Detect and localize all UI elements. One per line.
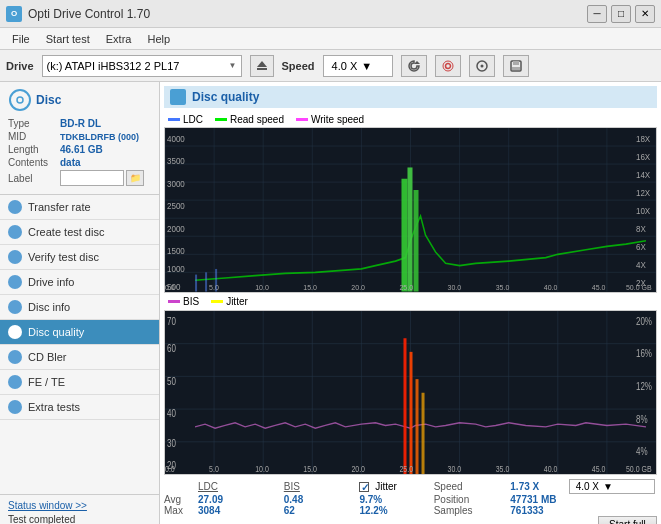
svg-text:4%: 4% <box>636 445 648 458</box>
samples-label: Samples <box>430 505 507 516</box>
sidebar-item-fe-te[interactable]: FE / TE <box>0 370 159 395</box>
sidebar-item-disc-info[interactable]: Disc info <box>0 295 159 320</box>
disc-quality-icon <box>8 325 22 339</box>
verify-test-disc-label: Verify test disc <box>28 251 99 263</box>
drive-label: Drive <box>6 60 34 72</box>
sidebar-item-create-test-disc[interactable]: Create test disc <box>0 220 159 245</box>
legend-ldc: LDC <box>168 114 203 125</box>
action-buttons: Start full Start part <box>598 516 657 524</box>
svg-text:35.0: 35.0 <box>496 283 510 292</box>
transfer-rate-icon <box>8 200 22 214</box>
disc-length-value: 46.61 GB <box>60 144 103 155</box>
sidebar-status-inner: Status window >> Test completed 100.0% 6… <box>0 495 159 524</box>
speed-x-value: 4.0 X <box>576 481 599 492</box>
legend-write-speed-dot <box>296 118 308 121</box>
svg-text:3500: 3500 <box>167 156 185 167</box>
disc-label-label: Label <box>8 173 60 184</box>
avg-bis: 0.48 <box>280 494 348 505</box>
top-chart-svg: 4000 3500 3000 2500 2000 1500 1000 500 1… <box>165 128 656 292</box>
disc-mid-label: MID <box>8 131 60 142</box>
sidebar-item-cd-bler[interactable]: CD Bler <box>0 345 159 370</box>
ldc-header: LDC <box>194 479 280 494</box>
menu-start-test[interactable]: Start test <box>38 32 98 46</box>
sidebar-item-verify-test-disc[interactable]: Verify test disc <box>0 245 159 270</box>
svg-rect-94 <box>422 392 425 474</box>
svg-text:20.0: 20.0 <box>351 283 365 292</box>
minimize-button[interactable]: ─ <box>587 5 607 23</box>
content-area: Disc Type BD-R DL MID TDKBLDRFB (000) Le… <box>0 82 661 524</box>
create-test-disc-icon <box>8 225 22 239</box>
svg-rect-53 <box>205 272 207 291</box>
sidebar-item-transfer-rate[interactable]: Transfer rate <box>0 195 159 220</box>
maximize-button[interactable]: □ <box>611 5 631 23</box>
svg-text:2000: 2000 <box>167 223 185 234</box>
jitter-checkbox-cell[interactable]: ✓ Jitter <box>355 479 429 494</box>
svg-point-10 <box>10 90 30 110</box>
legend-read-speed: Read speed <box>215 114 284 125</box>
avg-label: Avg <box>164 494 194 505</box>
svg-marker-0 <box>257 61 267 67</box>
svg-text:20.0: 20.0 <box>351 462 365 473</box>
svg-text:45.0: 45.0 <box>592 283 606 292</box>
svg-text:0.0: 0.0 <box>165 283 175 292</box>
speed-value: 4.0 X <box>332 60 358 72</box>
svg-rect-49 <box>401 179 407 292</box>
svg-point-11 <box>17 97 23 103</box>
status-window-button[interactable]: Status window >> <box>8 500 87 511</box>
jitter-checkbox[interactable]: ✓ <box>359 482 369 492</box>
close-button[interactable]: ✕ <box>635 5 655 23</box>
chart-header: Disc quality <box>164 86 657 108</box>
svg-point-6 <box>480 64 483 67</box>
disc-info-icon <box>8 300 22 314</box>
svg-text:5.0: 5.0 <box>209 283 219 292</box>
svg-text:2500: 2500 <box>167 201 185 212</box>
save-icon <box>509 59 523 73</box>
cd-bler-icon <box>8 350 22 364</box>
legend-write-speed-label: Write speed <box>311 114 364 125</box>
legend-jitter-label: Jitter <box>226 296 248 307</box>
sidebar-item-drive-info[interactable]: Drive info <box>0 270 159 295</box>
cd-bler-label: CD Bler <box>28 351 67 363</box>
disc-mid-row: MID TDKBLDRFB (000) <box>8 131 151 142</box>
position-label: Position <box>430 494 507 505</box>
disc-length-row: Length 46.61 GB <box>8 144 151 155</box>
chart-title: Disc quality <box>192 90 259 104</box>
start-full-button[interactable]: Start full <box>598 516 657 524</box>
legend-bis: BIS <box>168 296 199 307</box>
disc-label-row: Label 📁 <box>8 170 151 186</box>
bottom-chart: 70 60 50 40 30 20 20% 16% 12% 8% 4% <box>164 310 657 476</box>
disc-info-panel: Disc Type BD-R DL MID TDKBLDRFB (000) Le… <box>0 82 159 195</box>
extra-tests-label: Extra tests <box>28 401 80 413</box>
eject-button[interactable] <box>250 55 274 77</box>
sidebar-item-extra-tests[interactable]: Extra tests <box>0 395 159 420</box>
charts-container: 4000 3500 3000 2500 2000 1500 1000 500 1… <box>164 127 657 475</box>
svg-text:20%: 20% <box>636 314 652 327</box>
drive-dropdown[interactable]: (k:) ATAPI iHBS312 2 PL17 ▼ <box>42 55 242 77</box>
svg-marker-2 <box>414 61 420 64</box>
svg-text:15.0: 15.0 <box>303 462 317 473</box>
speed-x-dropdown[interactable]: 4.0 X ▼ <box>569 479 655 494</box>
svg-rect-92 <box>409 351 412 474</box>
disc-label-input[interactable] <box>60 170 124 186</box>
speed-dropdown[interactable]: 4.0 X ▼ <box>323 55 393 77</box>
svg-text:25.0: 25.0 <box>399 462 413 473</box>
sidebar-item-disc-quality[interactable]: Disc quality <box>0 320 159 345</box>
settings-button[interactable] <box>435 55 461 77</box>
svg-text:10X: 10X <box>636 205 651 216</box>
menu-extra[interactable]: Extra <box>98 32 140 46</box>
stats-row-total: Total 20688595 369599 Start full Start p… <box>164 516 657 524</box>
disc-label-folder-btn[interactable]: 📁 <box>126 170 144 186</box>
menu-file[interactable]: File <box>4 32 38 46</box>
refresh-button[interactable] <box>401 55 427 77</box>
legend-ldc-dot <box>168 118 180 121</box>
save-button[interactable] <box>503 55 529 77</box>
svg-text:50: 50 <box>167 374 176 387</box>
transfer-rate-label: Transfer rate <box>28 201 91 213</box>
disc-button[interactable] <box>469 55 495 77</box>
svg-text:30.0: 30.0 <box>448 462 462 473</box>
svg-text:8X: 8X <box>636 223 646 234</box>
stats-row-avg: Avg 27.09 0.48 9.7% Position 47731 MB <box>164 494 657 505</box>
fe-te-label: FE / TE <box>28 376 65 388</box>
disc-header-icon <box>8 88 32 112</box>
menu-help[interactable]: Help <box>139 32 178 46</box>
